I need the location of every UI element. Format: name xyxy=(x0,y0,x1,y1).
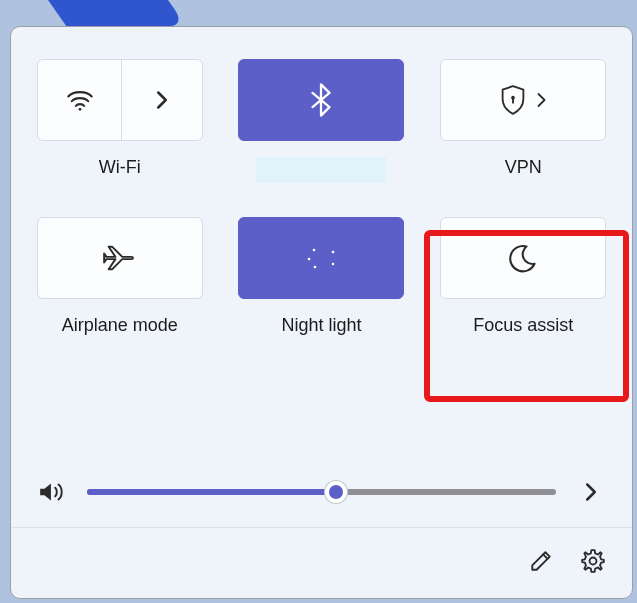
nightlight-tile[interactable] xyxy=(238,217,404,299)
pencil-icon xyxy=(529,549,553,573)
focusassist-tile[interactable] xyxy=(440,217,606,299)
quick-settings-panel: Wi-Fi xyxy=(10,26,633,599)
svg-point-4 xyxy=(308,258,311,261)
svg-point-6 xyxy=(332,263,335,266)
airplane-cell: Airplane mode xyxy=(33,217,207,364)
wifi-expand-button[interactable] xyxy=(122,60,202,140)
wifi-label: Wi-Fi xyxy=(99,157,141,178)
airplane-label: Airplane mode xyxy=(62,315,178,336)
nightlight-cell: Night light xyxy=(235,217,409,364)
chevron-right-icon xyxy=(536,92,547,108)
browser-tab-peek xyxy=(48,0,186,26)
airplane-tile[interactable] xyxy=(37,217,203,299)
vpn-tile[interactable] xyxy=(440,59,606,141)
wifi-icon xyxy=(66,88,94,112)
volume-slider[interactable] xyxy=(87,482,556,502)
bluetooth-label-redacted xyxy=(256,157,386,183)
bluetooth-cell xyxy=(235,59,409,211)
edit-button[interactable] xyxy=(526,546,556,576)
airplane-icon xyxy=(103,243,137,273)
svg-point-0 xyxy=(78,108,81,111)
bluetooth-icon xyxy=(310,83,332,117)
wifi-toggle-button[interactable] xyxy=(38,60,122,140)
vpn-cell: VPN xyxy=(436,59,610,211)
svg-point-7 xyxy=(332,251,335,254)
footer-bar xyxy=(11,527,632,580)
svg-point-3 xyxy=(313,249,316,252)
volume-track-fill xyxy=(87,489,336,495)
wifi-tile xyxy=(37,59,203,141)
focusassist-cell: Focus assist xyxy=(436,217,610,364)
volume-icon[interactable] xyxy=(37,477,67,507)
wifi-cell: Wi-Fi xyxy=(33,59,207,211)
volume-expand-button[interactable] xyxy=(576,477,606,507)
bluetooth-tile[interactable] xyxy=(238,59,404,141)
volume-row xyxy=(33,471,610,527)
focusassist-label: Focus assist xyxy=(473,315,573,336)
moon-icon xyxy=(508,243,538,273)
nightlight-label: Night light xyxy=(281,315,361,336)
shield-lock-icon xyxy=(500,85,526,115)
night-light-icon xyxy=(301,243,341,273)
svg-point-8 xyxy=(590,558,597,565)
volume-thumb[interactable] xyxy=(325,481,347,503)
gear-icon xyxy=(580,548,606,574)
chevron-right-icon xyxy=(155,90,169,110)
svg-rect-2 xyxy=(512,99,514,104)
svg-point-5 xyxy=(314,266,317,269)
vpn-label: VPN xyxy=(505,157,542,178)
settings-button[interactable] xyxy=(578,546,608,576)
